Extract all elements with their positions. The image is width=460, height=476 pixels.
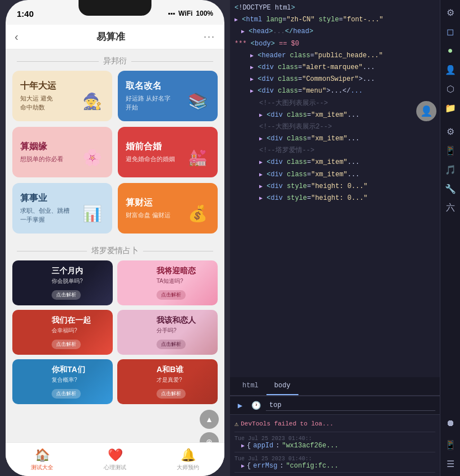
divider2-line-left [17,251,87,251]
settings-icon[interactable]: ⚙ [443,4,458,20]
tarot-card-5-btn[interactable]: 点击解析 [52,389,81,399]
console-log-1: Tue Jul 25 2023 01:40:: ▶ { appId : "wx1… [234,433,435,452]
code-comment3: <!--塔罗爱情--> [230,145,440,157]
record-icon[interactable]: ⏺ [443,415,458,431]
section-divider-1: 异邦衍 [6,49,224,71]
code-doctype: <!DOCTYPE html> [230,2,440,14]
code-div-height2: ▶ <div style="height: 0..." [230,193,440,204]
console-warn-devtools: ⚠ DevTools failed to loa... [234,417,435,432]
fortune-card-3[interactable]: 算姻缘 想脱单的你必看 🌸 [12,127,112,177]
code-header: ▶ <header class="public_heade..." [230,50,440,62]
device-icon[interactable]: 📱 [443,143,458,158]
code-head: ▶ <head>...</head> [230,26,440,38]
devtools-warn-text: DevTools failed to loa... [241,419,333,429]
code-comment1: <!--大图列表展示--> [230,98,440,109]
tab-body[interactable]: body [266,377,298,395]
fortune-card-1-icon: 🧙 [77,86,108,117]
devtools-elements[interactable]: <!DOCTYPE html> ▶ <html lang="zh-CN" sty… [230,0,440,377]
section-divider-2: 塔罗爱情占卜 [6,239,224,260]
status-time: 1:40 [17,9,34,19]
fortune-card-6[interactable]: 算财运 财富命盘 偏财运 💰 [118,183,218,234]
code-xm4: ▶ <div class="xm_item"... [230,169,440,181]
fortune-card-4[interactable]: 婚前合婚 避免婚命合的婚姻 💒 [118,127,218,177]
tarot-card-4[interactable]: 💔 我该和恋人 分手吗? 点击解析 [117,310,218,355]
log2-key: errMsg [253,462,277,470]
tarot-card-6[interactable]: 💝 A和B谁 才是真爱? 点击解析 [117,359,218,404]
code-div-height1: ▶ <div style="height: 0..." [230,181,440,193]
nav-item-book[interactable]: 🔔 大师预约 [151,443,224,476]
code-swiper: ▶ <div class="CommonSwiper">... [230,74,440,85]
tarot-card-5[interactable]: 💏 你和TA们 复合概率? 点击解析 [12,359,113,404]
log1-timestamp: Tue Jul 25 2023 01:40:: [234,436,435,442]
green-dot-icon[interactable]: ● [443,43,458,58]
network-icon[interactable]: ⚙ [443,123,458,139]
console-output: ⚠ DevTools failed to loa... Tue Jul 25 2… [230,415,440,476]
fortune-card-1[interactable]: 十年大运 知大运 避免命中劫数 🧙 [12,71,112,121]
tarot-card-4-subtitle: 分手吗? [157,327,212,335]
bottom-nav: 🏠 测试大全 ❤️ 心理测试 🔔 大师预约 [6,442,224,476]
heart-icon: ❤️ [108,448,123,463]
app-header: ‹ 易算准 ··· [6,25,224,49]
code-comment2: <!--大图列表展示2--> [230,121,440,133]
menu-button[interactable]: ··· [204,31,215,43]
divider2-line-right [143,251,213,251]
avatar-icon: 👤 [420,105,433,117]
music-icon[interactable]: 🎵 [443,162,458,177]
tarot-card-3-btn[interactable]: 点击解析 [52,340,81,349]
tarot-card-5-title: 你和TA们 [52,365,107,375]
wifi-icon: WiFi [178,10,192,17]
tarot-card-3-content: 我们在一起 会幸福吗? 点击解析 [46,311,113,354]
signal-icon: ▪▪▪ [168,10,175,17]
home-icon: 🏠 [35,448,50,463]
nav-item-home[interactable]: 🏠 测试大全 [6,443,79,476]
battery-label: 100% [196,10,213,17]
tab-html[interactable]: html [234,377,266,395]
nav-item-heart[interactable]: ❤️ 心理测试 [79,443,151,476]
hammer-icon[interactable]: 🔧 [443,181,458,196]
user-icon[interactable]: 👤 [443,62,458,77]
log1-colon: : [275,442,279,450]
tab-html-label: html [242,382,259,390]
folder-icon[interactable]: 📁 [443,100,458,116]
log2-value: "config:fc... [286,462,339,470]
code-xm1: ▶ <div class="xm_item"... [230,109,440,121]
phone-icon[interactable]: 📱 [443,437,458,452]
tarot-card-4-content: 我该和恋人 分手吗? 点击解析 [151,311,218,354]
six-icon[interactable]: 六 [443,200,458,216]
tarot-card-2-btn[interactable]: 点击解析 [157,290,186,300]
code-menu: ▶ <div class="menu">...</... [230,85,440,97]
tarot-card-1[interactable]: 👥 三个月内 你会脱单吗? 点击解析 [12,260,113,305]
app-title: 易算准 [96,30,125,43]
hamburger-icon[interactable]: ☰ [443,456,458,472]
log1-expand-icon[interactable]: ▶ [241,442,245,449]
back-button[interactable]: ‹ [15,30,19,43]
nav-label-book: 大师预约 [177,464,199,472]
tarot-card-1-content: 三个月内 你会脱单吗? 点击解析 [46,262,113,304]
log2-expand-icon[interactable]: ▶ [241,463,245,469]
phone-mockup: 1:40 ▪▪▪ WiFi 100% ‹ 易算准 ··· 异邦衍 十年大运 知大… [6,0,224,476]
code-body-marker: *** <body> == $0 [230,38,440,50]
clock-button[interactable]: 🕐 [250,400,261,411]
fortune-card-2[interactable]: 取名改名 好运路 从好名字开始 📚 [118,71,218,121]
avatar[interactable]: 👤 [416,101,436,121]
tab-body-label: body [274,382,291,390]
fortune-card-5[interactable]: 算事业 求职、创业、跳槽一手掌握 📊 [12,183,112,234]
console-input[interactable] [266,400,435,411]
status-icons: ▪▪▪ WiFi 100% [168,10,213,17]
tarot-card-6-btn[interactable]: 点击解析 [157,389,186,399]
tarot-card-4-btn[interactable]: 点击解析 [157,340,186,349]
tarot-card-2[interactable]: 💑 我将迎暗恋 TA知道吗? 点击解析 [117,260,218,305]
inspect-icon[interactable]: ◻ [443,24,458,39]
tarot-card-2-content: 我将迎暗恋 TA知道吗? 点击解析 [151,262,218,304]
warn-icon: ⚠ [234,419,238,429]
phone-scroll-content[interactable]: 异邦衍 十年大运 知大运 避免命中劫数 🧙 取名改名 好运路 从好名字开始 📚 … [6,49,224,476]
fortune-grid: 十年大运 知大运 避免命中劫数 🧙 取名改名 好运路 从好名字开始 📚 算姻缘 … [6,71,224,239]
tarot-card-3[interactable]: 😈 我们在一起 会幸福吗? 点击解析 [12,310,113,355]
tarot-card-1-btn[interactable]: 点击解析 [52,290,81,300]
cube-icon[interactable]: ⬡ [443,81,458,97]
tarot-card-3-title: 我们在一起 [52,315,107,326]
tarot-card-1-title: 三个月内 [52,266,107,276]
scroll-top-button[interactable]: ▲ [200,410,219,429]
log1-key: appId [253,442,273,450]
play-button[interactable]: ▶ [234,400,246,411]
